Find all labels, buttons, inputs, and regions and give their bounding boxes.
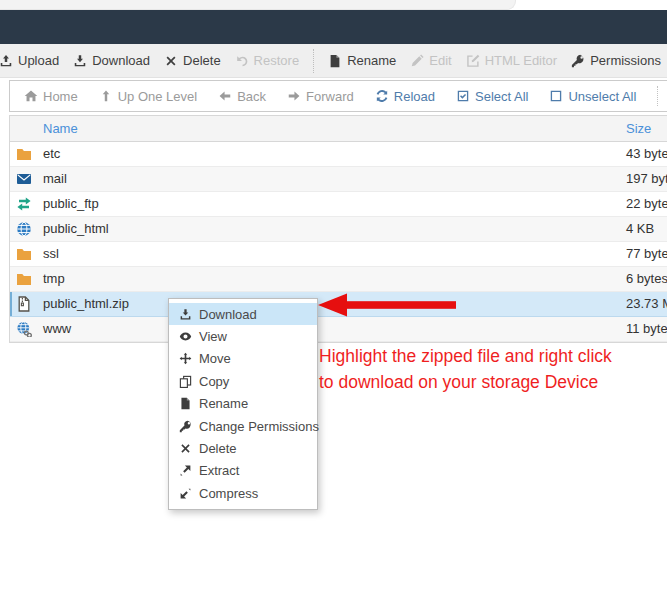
file-size: 22 bytes [626,192,667,216]
restore-label: Restore [254,53,300,68]
annotation-line-1: Highlight the zipped file and right clic… [319,343,664,369]
home-button[interactable]: Home [24,89,78,104]
x-icon [164,54,178,68]
key-icon [571,54,585,68]
reload-icon [375,89,389,103]
menu-item-download[interactable]: Download [169,303,317,325]
table-row-public-ftp[interactable]: public_ftp 22 bytes [10,192,667,217]
permissions-label: Permissions [590,53,661,68]
navigation-toolbar: Home Up One Level Back Forward Reload Se… [9,80,667,112]
html-editor-button[interactable]: HTML Editor [466,53,557,68]
table-row-public-html[interactable]: public_html 4 KB [10,217,667,242]
menu-item-label: View [199,329,227,344]
home-icon [24,89,38,103]
table-row-etc[interactable]: etc 43 bytes [10,142,667,167]
app-header-bar [0,10,667,44]
file-name: public_ftp [43,192,99,216]
globe-link-icon [16,321,32,337]
menu-item-label: Change Permissions [199,419,319,434]
checkbox-empty-icon [549,89,563,103]
x-icon [179,442,192,455]
context-menu: Download View Move Copy Rename Change Pe… [168,298,318,510]
table-row-ssl[interactable]: ssl 77 bytes [10,242,667,267]
folder-icon [16,146,32,162]
file-actions-toolbar: Upload Download Delete Restore Rename Ed… [0,44,667,78]
table-row-www[interactable]: www 11 bytes [10,317,667,342]
menu-item-rename[interactable]: Rename [169,393,317,415]
file-name: mail [43,167,67,191]
file-size: 77 bytes [626,242,667,266]
top-window-strip [0,0,667,10]
reload-button[interactable]: Reload [375,89,435,104]
forward-label: Forward [306,89,354,104]
reload-label: Reload [394,89,435,104]
column-header-name[interactable]: Name [43,116,78,142]
file-icon [179,397,192,410]
download-button[interactable]: Download [73,53,150,68]
pencil-square-icon [466,54,480,68]
rename-button[interactable]: Rename [328,53,396,68]
back-button[interactable]: Back [218,89,266,104]
menu-item-change-permissions[interactable]: Change Permissions [169,415,317,437]
restore-button[interactable]: Restore [235,53,300,68]
up-arrow-icon [99,89,113,103]
html-editor-label: HTML Editor [485,53,557,68]
file-size: 43 bytes [626,142,667,166]
right-arrow-icon [287,89,301,103]
file-name: public_html.zip [43,292,129,316]
edit-button[interactable]: Edit [410,53,451,68]
transfer-arrows-icon [16,196,32,212]
delete-button[interactable]: Delete [164,53,221,68]
menu-item-label: Move [199,351,231,366]
select-all-label: Select All [475,89,528,104]
zip-file-icon [16,296,32,312]
unselect-all-label: Unselect All [568,89,636,104]
upload-label: Upload [18,53,59,68]
file-size: 23.73 MB [626,292,667,316]
menu-item-view[interactable]: View [169,325,317,347]
rename-label: Rename [347,53,396,68]
menu-item-label: Download [199,307,257,322]
back-label: Back [237,89,266,104]
unselect-all-button[interactable]: Unselect All [549,89,636,104]
up-one-level-label: Up One Level [118,89,198,104]
mail-icon [16,171,32,187]
select-all-button[interactable]: Select All [456,89,528,104]
globe-icon [16,221,32,237]
window-tab-edge [0,0,516,10]
eye-icon [179,330,192,343]
extract-icon [179,464,192,477]
menu-item-delete[interactable]: Delete [169,437,317,459]
download-icon [179,308,192,321]
toolbar-separator [313,49,314,73]
file-name: ssl [43,242,59,266]
file-size: 11 bytes [626,317,667,341]
table-row-mail[interactable]: mail 197 bytes [10,167,667,192]
up-one-level-button[interactable]: Up One Level [99,89,198,104]
compress-icon [179,487,192,500]
restore-icon [235,54,249,68]
menu-item-move[interactable]: Move [169,348,317,370]
menu-item-extract[interactable]: Extract [169,460,317,482]
table-header-row: Name Size [10,116,667,142]
menu-item-copy[interactable]: Copy [169,370,317,392]
home-label: Home [43,89,78,104]
permissions-button[interactable]: Permissions [571,53,661,68]
move-icon [179,352,192,365]
file-size: 6 bytes [626,267,667,291]
file-name: etc [43,142,60,166]
menu-item-compress[interactable]: Compress [169,482,317,504]
menu-item-label: Delete [199,441,237,456]
forward-button[interactable]: Forward [287,89,354,104]
table-row-public-html-zip[interactable]: public_html.zip 23.73 MB [10,292,667,317]
menu-item-label: Rename [199,396,248,411]
table-row-tmp[interactable]: tmp 6 bytes [10,267,667,292]
file-list-table: Name Size etc 43 bytes mail 197 bytes pu… [9,115,667,343]
column-header-size[interactable]: Size [626,116,651,142]
delete-label: Delete [183,53,221,68]
edit-label: Edit [429,53,451,68]
upload-button[interactable]: Upload [0,53,59,68]
menu-item-label: Extract [199,463,239,478]
copy-icon [179,375,192,388]
file-size: 4 KB [626,217,654,241]
